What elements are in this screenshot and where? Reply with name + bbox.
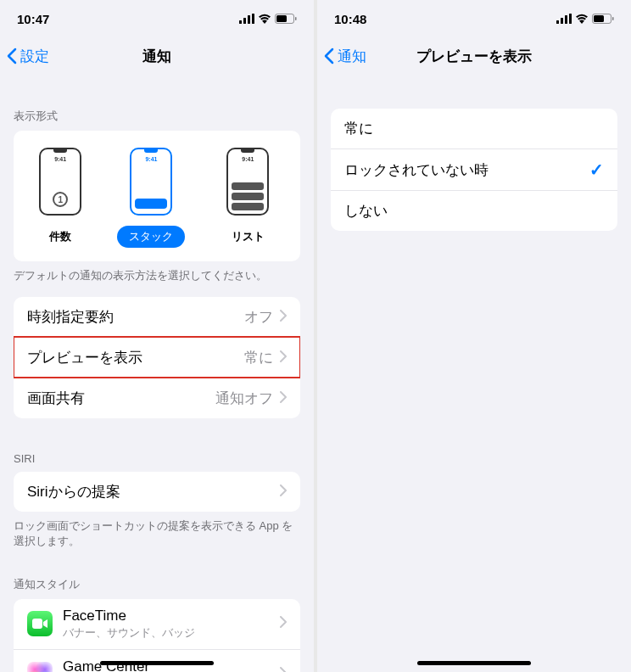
- svg-rect-0: [239, 20, 242, 24]
- settings-group: 時刻指定要約 オフ プレビューを表示 常に 画面共有 通知オフ: [14, 297, 300, 418]
- wifi-icon: [258, 14, 271, 24]
- app-detail: バナー、サウンド、バッジ: [63, 625, 280, 641]
- svg-rect-13: [594, 15, 604, 22]
- home-indicator[interactable]: [100, 661, 214, 665]
- wifi-icon: [575, 14, 589, 24]
- style-label-list: リスト: [220, 226, 276, 248]
- row-scheduled-summary[interactable]: 時刻指定要約 オフ: [14, 297, 300, 337]
- phone-mock-list: 9:41: [226, 148, 269, 216]
- style-label-count: 件数: [37, 226, 83, 248]
- svg-rect-7: [32, 619, 42, 629]
- chevron-right-icon: [280, 310, 287, 325]
- svg-rect-2: [248, 15, 250, 24]
- svg-rect-8: [556, 20, 559, 24]
- chevron-right-icon: [280, 616, 287, 631]
- display-style-card: 9:41 1 件数 9:41 スタック 9:41 リスト: [14, 131, 300, 261]
- style-option-stack[interactable]: 9:41 スタック: [117, 148, 185, 248]
- status-time: 10:48: [334, 12, 366, 26]
- back-label: 通知: [338, 47, 366, 66]
- siri-group: Siriからの提案: [14, 472, 300, 512]
- chevron-right-icon: [280, 667, 287, 672]
- svg-rect-9: [561, 18, 563, 24]
- display-style-footer: デフォルトの通知の表示方法を選択してください。: [0, 261, 314, 297]
- svg-rect-11: [569, 14, 572, 24]
- row-show-previews[interactable]: プレビューを表示 常に: [14, 337, 300, 378]
- screen-show-previews: 10:48 通知 プレビューを表示 常に ロックされていない時 ✓ しない: [317, 0, 631, 672]
- status-time: 10:47: [17, 12, 49, 26]
- nav-title: 通知: [142, 47, 171, 66]
- section-header-style: 通知スタイル: [0, 563, 314, 599]
- preview-options: 常に ロックされていない時 ✓ しない: [331, 109, 617, 231]
- cellular-icon: [239, 14, 254, 24]
- home-indicator[interactable]: [417, 661, 531, 665]
- option-when-unlocked[interactable]: ロックされていない時 ✓: [331, 148, 617, 190]
- chevron-left-icon: [324, 48, 334, 64]
- app-row-facetime[interactable]: FaceTime バナー、サウンド、バッジ: [14, 599, 300, 649]
- siri-footer: ロック画面でショートカットの提案を表示できる App を選択します。: [0, 512, 314, 563]
- svg-rect-14: [612, 17, 614, 20]
- style-option-list[interactable]: 9:41 リスト: [220, 148, 276, 248]
- back-button[interactable]: 通知: [324, 47, 366, 66]
- chevron-right-icon: [280, 391, 287, 406]
- chevron-right-icon: [280, 350, 287, 366]
- svg-rect-10: [565, 15, 567, 24]
- section-header-siri: SIRI: [0, 439, 314, 472]
- row-siri-suggestions[interactable]: Siriからの提案: [14, 472, 300, 512]
- svg-rect-3: [252, 14, 254, 24]
- option-always[interactable]: 常に: [331, 109, 617, 148]
- screen-notifications: 10:47 設定 通知 表示形式 9:41 1 件数: [0, 0, 314, 672]
- nav-title: プレビューを表示: [416, 47, 532, 66]
- option-never[interactable]: しない: [331, 190, 617, 231]
- back-label: 設定: [20, 47, 49, 66]
- nav-bar: 通知 プレビューを表示: [317, 37, 631, 75]
- facetime-icon: [27, 611, 53, 636]
- phone-mock-count: 9:41 1: [39, 148, 81, 216]
- battery-icon: [592, 14, 614, 24]
- checkmark-icon: ✓: [589, 160, 604, 180]
- chevron-right-icon: [280, 484, 287, 500]
- style-option-count[interactable]: 9:41 1 件数: [37, 148, 83, 248]
- status-bar: 10:48: [317, 0, 631, 37]
- app-name: FaceTime: [63, 608, 280, 624]
- back-button[interactable]: 設定: [7, 47, 49, 66]
- chevron-left-icon: [7, 48, 17, 64]
- gamecenter-icon: [27, 662, 53, 672]
- style-label-stack: スタック: [117, 226, 185, 248]
- svg-rect-5: [276, 15, 287, 22]
- nav-bar: 設定 通知: [0, 37, 314, 75]
- battery-icon: [275, 14, 297, 24]
- phone-mock-stack: 9:41: [130, 148, 172, 216]
- svg-rect-6: [295, 17, 297, 20]
- svg-rect-1: [243, 18, 246, 24]
- status-icons: [239, 14, 297, 24]
- status-bar: 10:47: [0, 0, 314, 37]
- cellular-icon: [556, 14, 572, 24]
- status-icons: [556, 14, 614, 24]
- section-header-display: 表示形式: [0, 95, 314, 131]
- row-screen-sharing[interactable]: 画面共有 通知オフ: [14, 378, 300, 418]
